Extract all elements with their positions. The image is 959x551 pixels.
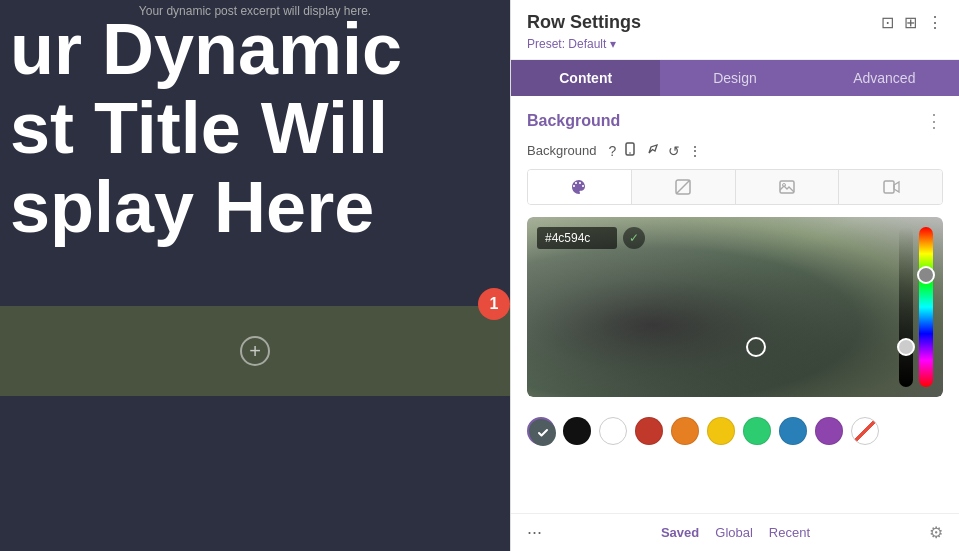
swatch-green[interactable] (743, 417, 771, 445)
opacity-slider[interactable] (899, 227, 913, 387)
panel-body: Background ⋮ Background ? ↺ ⋮ (511, 96, 959, 513)
bg-type-image[interactable] (736, 170, 840, 204)
device-icon[interactable] (624, 142, 638, 159)
panel-footer: ··· Saved Global Recent ⚙ (511, 513, 959, 551)
background-section-title: Background (527, 112, 620, 130)
svg-point-1 (629, 152, 631, 154)
background-toolbar: Background ? ↺ ⋮ (511, 142, 959, 169)
bg-type-video[interactable] (839, 170, 942, 204)
hue-slider[interactable] (919, 227, 933, 387)
background-type-tabs (527, 169, 943, 205)
section-badge: 1 (478, 288, 510, 320)
color-swatches (511, 409, 959, 453)
color-hex-input: #4c594c ✓ (537, 227, 645, 249)
footer-settings-icon[interactable]: ⚙ (929, 523, 943, 542)
footer-more-button[interactable]: ··· (527, 522, 542, 543)
color-picker-area: #4c594c ✓ (527, 217, 943, 397)
preview-line-2: st Title Will (10, 89, 402, 168)
background-section-header: Background ⋮ (511, 96, 959, 142)
pointer-icon[interactable] (646, 142, 660, 159)
hue-slider-thumb[interactable] (917, 266, 935, 284)
footer-tab-recent[interactable]: Recent (769, 525, 810, 540)
swatch-yellow[interactable] (707, 417, 735, 445)
swatch-current[interactable] (527, 417, 555, 445)
swatch-orange[interactable] (671, 417, 699, 445)
reset-icon[interactable]: ↺ (668, 143, 680, 159)
color-picker-crosshair[interactable] (746, 337, 766, 357)
preset-selector[interactable]: Preset: Default (527, 37, 943, 51)
preview-footer (0, 396, 510, 551)
panel-tabs: Content Design Advanced (511, 60, 959, 96)
swatch-strikethrough[interactable] (851, 417, 879, 445)
svg-line-3 (676, 180, 690, 194)
settings-panel: Row Settings ⊡ ⊞ ⋮ Preset: Default Conte… (510, 0, 959, 551)
panel-header-top: Row Settings ⊡ ⊞ ⋮ (527, 12, 943, 33)
fullscreen-icon[interactable]: ⊡ (881, 13, 894, 32)
swatch-blue[interactable] (779, 417, 807, 445)
svg-rect-6 (884, 181, 894, 193)
help-icon[interactable]: ? (608, 143, 616, 159)
page-preview: Your dynamic post excerpt will display h… (0, 0, 510, 551)
expand-icon[interactable]: ⊞ (904, 13, 917, 32)
swatch-white[interactable] (599, 417, 627, 445)
add-row-section[interactable]: + (0, 306, 510, 396)
background-label: Background (527, 143, 596, 158)
footer-tab-saved[interactable]: Saved (661, 525, 699, 540)
footer-tab-global[interactable]: Global (715, 525, 753, 540)
preview-line-1: ur Dynamic (10, 10, 402, 89)
bg-type-none[interactable] (632, 170, 736, 204)
tab-advanced[interactable]: Advanced (810, 60, 959, 96)
tab-design[interactable]: Design (660, 60, 809, 96)
footer-tabs: Saved Global Recent (661, 525, 810, 540)
swatch-purple[interactable] (815, 417, 843, 445)
panel-header: Row Settings ⊡ ⊞ ⋮ Preset: Default (511, 0, 959, 60)
hex-value-input[interactable]: #4c594c (537, 227, 617, 249)
preview-line-3: splay Here (10, 168, 402, 247)
hex-confirm-button[interactable]: ✓ (623, 227, 645, 249)
opacity-slider-thumb[interactable] (897, 338, 915, 356)
toolbar-more-icon[interactable]: ⋮ (688, 143, 702, 159)
panel-title: Row Settings (527, 12, 641, 33)
background-section-more[interactable]: ⋮ (925, 110, 943, 132)
panel-more-icon[interactable]: ⋮ (927, 13, 943, 32)
preview-text: ur Dynamic st Title Will splay Here (0, 0, 422, 258)
panel-header-icons: ⊡ ⊞ ⋮ (881, 13, 943, 32)
swatch-black[interactable] (563, 417, 591, 445)
add-row-button[interactable]: + (240, 336, 270, 366)
color-gradient-canvas[interactable]: #4c594c ✓ (527, 217, 943, 397)
bg-type-color[interactable] (528, 170, 632, 204)
tab-content[interactable]: Content (511, 60, 660, 96)
swatch-red[interactable] (635, 417, 663, 445)
